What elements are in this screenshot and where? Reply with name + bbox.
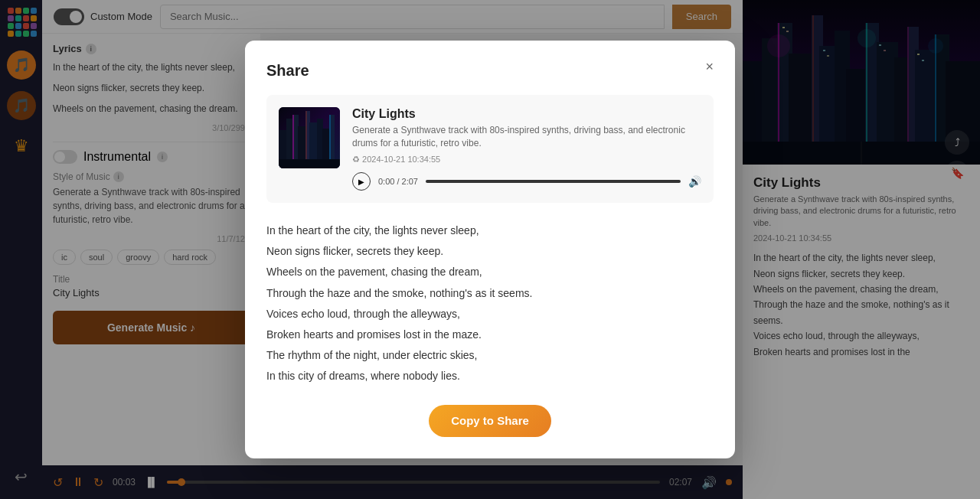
- modal-track-meta: ♻ 2024-10-21 10:34:55: [352, 155, 701, 165]
- copy-to-share-button[interactable]: Copy to Share: [429, 405, 551, 437]
- modal-track-image: [279, 107, 340, 168]
- modal-track-info: City Lights Generate a Synthwave track w…: [266, 95, 714, 203]
- modal-lyric-1: Neon signs flicker, secrets they keep.: [266, 242, 714, 261]
- modal-lyric-4: Voices echo loud, through the alleyways,: [266, 305, 714, 324]
- modal-play-button[interactable]: ▶: [352, 172, 371, 191]
- modal-volume-icon[interactable]: 🔊: [688, 175, 701, 188]
- modal-overlay[interactable]: Share ×: [0, 0, 980, 499]
- modal-track-name: City Lights: [352, 107, 701, 121]
- modal-lyrics: In the heart of the city, the lights nev…: [266, 221, 714, 386]
- svg-rect-47: [279, 159, 340, 168]
- modal-title: Share: [266, 62, 714, 80]
- modal-lyric-5: Broken hearts and promises lost in the m…: [266, 325, 714, 344]
- modal-lyric-6: The rhythm of the night, under electric …: [266, 346, 714, 365]
- modal-close-button[interactable]: ×: [699, 56, 720, 78]
- modal-progress-bar[interactable]: [426, 180, 681, 183]
- modal-player: ▶ 0:00 / 2:07 🔊: [352, 172, 701, 191]
- share-modal: Share ×: [245, 41, 735, 458]
- modal-track-desc: Generate a Synthwave track with 80s-insp…: [352, 124, 701, 150]
- modal-player-time: 0:00 / 2:07: [378, 177, 418, 186]
- modal-lyric-7: In this city of dreams, where nobody lie…: [266, 367, 714, 386]
- modal-lyric-3: Through the haze and the smoke, nothing'…: [266, 284, 714, 303]
- modal-lyric-2: Wheels on the pavement, chasing the drea…: [266, 263, 714, 282]
- modal-track-details: City Lights Generate a Synthwave track w…: [352, 107, 701, 191]
- modal-lyric-0: In the heart of the city, the lights nev…: [266, 221, 714, 240]
